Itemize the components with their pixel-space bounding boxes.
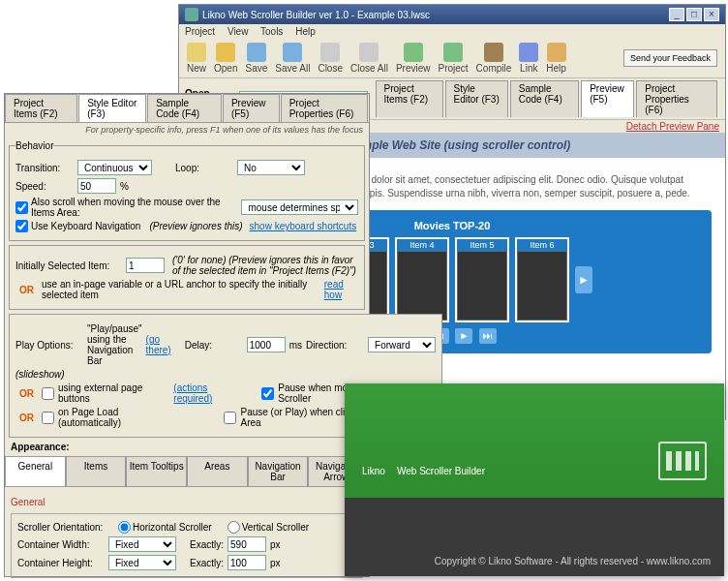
close-all-button[interactable]: Close All: [350, 43, 388, 74]
poster-icon: [397, 251, 447, 321]
menu-view[interactable]: View: [228, 26, 249, 37]
orientation-label: Scroller Orientation:: [17, 522, 114, 533]
compile-button[interactable]: Compile: [476, 43, 512, 74]
init-item-label: Initially Selected Item:: [15, 260, 122, 271]
read-how-link[interactable]: read how: [324, 279, 358, 300]
exactly-label-2: Exactly:: [190, 558, 224, 568]
close-all-icon: [359, 43, 379, 62]
speed-input[interactable]: [77, 178, 116, 194]
use-kb-checkbox[interactable]: [15, 220, 28, 232]
maximize-button[interactable]: □: [686, 8, 702, 21]
splash-copyright: Copyright © Likno Software - All rights …: [435, 556, 711, 566]
or-label-2: OR: [19, 388, 34, 399]
app-icon: [185, 8, 198, 21]
poster-icon: [457, 251, 507, 321]
menu-project[interactable]: Project: [185, 26, 215, 37]
new-button[interactable]: New: [187, 43, 206, 74]
behavior-legend: Behavior: [15, 140, 53, 151]
orientation-group: Scroller Orientation: Horizontal Scrolle…: [11, 513, 363, 578]
on-page-load-label: on Page Load (automatically): [58, 407, 177, 428]
save-button[interactable]: Save: [245, 43, 267, 74]
tab-sample-code[interactable]: Sample Code (F4): [510, 80, 579, 117]
ed-tab-preview[interactable]: Preview (F5): [223, 94, 280, 122]
subtab-items[interactable]: Items: [66, 456, 127, 486]
link-button[interactable]: Link: [519, 43, 538, 74]
behavior-section: Behavior Transition: Continuous Loop: No…: [9, 140, 365, 241]
ed-tab-style-editor[interactable]: Style Editor (F3): [78, 94, 146, 122]
tab-project-items[interactable]: Project Items (F2): [376, 80, 443, 117]
subtab-areas[interactable]: Areas: [187, 456, 248, 486]
or-text: use an in-page variable or a URL anchor …: [42, 279, 320, 300]
init-item-note: ('0' for none) (Preview ignores this in …: [172, 255, 358, 276]
container-height-label: Container Height:: [17, 558, 105, 568]
init-item-input[interactable]: [126, 258, 165, 273]
close-proj-button[interactable]: Close: [318, 43, 343, 74]
actions-required-link[interactable]: (actions required): [173, 382, 244, 404]
movie-item-5[interactable]: Item 5: [455, 237, 509, 322]
style-editor-window: Project Items (F2) Style Editor (F3) Sam…: [4, 93, 370, 577]
close-button[interactable]: ×: [704, 8, 719, 21]
tab-project-properties[interactable]: Project Properties (F6): [636, 80, 717, 117]
transition-label: Transition:: [15, 163, 74, 173]
open-button[interactable]: Open: [214, 43, 237, 74]
delay-label: Delay:: [185, 340, 243, 351]
titlebar[interactable]: Likno Web Scroller Builder ver 1.0 - Exa…: [179, 5, 725, 24]
minimize-button[interactable]: _: [669, 8, 684, 21]
use-kb-label: Use Keyboard Navigation: [31, 221, 140, 231]
pause-click-checkbox[interactable]: [224, 412, 236, 424]
movie-item-6[interactable]: Item 6: [515, 237, 569, 322]
nav-last[interactable]: ⏭: [479, 328, 497, 344]
container-width-input[interactable]: [228, 536, 266, 552]
editor-tabs: Project Items (F2) Style Editor (F3) Sam…: [5, 94, 369, 123]
show-shortcuts-link[interactable]: show keyboard shortcuts: [250, 221, 357, 231]
external-buttons-checkbox[interactable]: [42, 387, 54, 400]
subtab-general[interactable]: General: [5, 456, 66, 486]
subtab-navbar[interactable]: Navigation Bar: [248, 456, 309, 486]
container-width-mode[interactable]: Fixed: [108, 536, 176, 552]
movie-item-4[interactable]: Item 4: [395, 237, 449, 322]
subtab-tooltips[interactable]: Item Tooltips: [126, 456, 187, 486]
close-icon: [320, 43, 340, 62]
scroller-next-arrow[interactable]: ►: [575, 266, 592, 293]
or-label-3: OR: [19, 413, 34, 423]
help-button[interactable]: Help: [546, 43, 566, 74]
project-button[interactable]: Project: [438, 43, 468, 74]
direction-select[interactable]: Forward: [368, 337, 436, 352]
project-icon: [443, 43, 463, 62]
play-options-label: Play Options:: [15, 340, 83, 351]
container-height-mode[interactable]: Fixed: [108, 555, 176, 570]
loop-select[interactable]: No: [237, 160, 305, 175]
orient-horizontal-radio[interactable]: [118, 521, 131, 534]
preview-button[interactable]: Preview: [396, 43, 431, 74]
ed-tab-project-properties[interactable]: Project Properties (F6): [281, 94, 368, 122]
save-all-button[interactable]: Save All: [275, 43, 310, 74]
tab-preview[interactable]: Preview (F5): [581, 80, 634, 117]
poster-icon: [517, 251, 567, 321]
or-label: OR: [19, 285, 34, 295]
on-page-load-checkbox[interactable]: [42, 412, 54, 424]
link-icon: [519, 43, 538, 62]
also-scroll-checkbox[interactable]: [15, 201, 28, 214]
appearance-label: Appearance:: [11, 442, 70, 452]
ed-tab-project-items[interactable]: Project Items (F2): [5, 94, 77, 122]
preview-ignores-note: (Preview ignores this): [149, 221, 242, 231]
go-there-link[interactable]: (go there): [146, 334, 171, 355]
delay-input[interactable]: [247, 337, 286, 352]
feedback-button[interactable]: Send your Feedback: [623, 49, 717, 68]
also-scroll-select[interactable]: mouse determines speed: [241, 199, 358, 215]
open-icon: [216, 43, 235, 62]
pause-mouse-checkbox[interactable]: [261, 387, 274, 400]
splash-top: Likno Web Scroller Builder: [345, 383, 724, 498]
general-header: General: [11, 497, 363, 507]
orient-vertical-radio[interactable]: [228, 521, 240, 534]
tab-style-editor[interactable]: Style Editor (F3): [445, 80, 508, 117]
menu-help[interactable]: Help: [295, 26, 316, 37]
nav-next[interactable]: ►: [455, 328, 472, 344]
transition-select[interactable]: Continuous: [77, 160, 152, 175]
save-icon: [247, 43, 266, 62]
ed-tab-sample-code[interactable]: Sample Code (F4): [147, 94, 222, 122]
direction-label: Direction:: [306, 340, 364, 351]
menu-tools[interactable]: Tools: [260, 26, 283, 37]
container-height-input[interactable]: [228, 555, 266, 570]
detach-preview-link[interactable]: Detach Preview Pane: [626, 121, 719, 132]
